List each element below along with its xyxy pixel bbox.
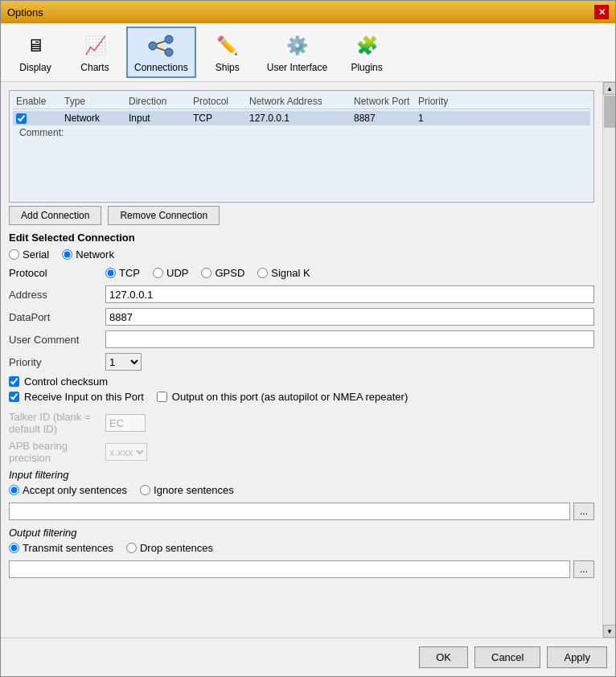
scroll-up-arrow[interactable]: ▲ (603, 82, 615, 95)
drop-sentences-radio[interactable] (126, 543, 137, 553)
svg-line-3 (156, 41, 166, 44)
col-port: Network Port (354, 96, 418, 107)
apb-label: APB bearing precision (9, 440, 105, 464)
gpsd-radio[interactable] (201, 268, 211, 278)
row-port: 8887 (354, 113, 418, 124)
user-comment-input[interactable] (105, 330, 594, 348)
gpsd-radio-label[interactable]: GPSD (201, 267, 244, 279)
talker-id-input[interactable] (105, 414, 146, 432)
toolbar-user-interface-label: User Interface (267, 62, 327, 73)
apb-select[interactable]: x.xxx (105, 443, 147, 461)
ignore-sentences-radio[interactable] (140, 485, 150, 495)
tcp-radio[interactable] (105, 268, 116, 278)
network-radio-label[interactable]: Network (62, 248, 114, 261)
apply-button[interactable]: Apply (547, 646, 607, 668)
udp-label: UDP (166, 267, 188, 279)
svg-point-2 (165, 48, 173, 56)
output-row: Output on this port (as autopilot or NME… (157, 391, 408, 403)
output-filter-input[interactable] (9, 560, 570, 578)
output-filtering-section: Output filtering Transmit sentences Drop… (9, 527, 594, 578)
ships-icon: ✏️ (213, 31, 242, 60)
edit-section-title: Edit Selected Connection (9, 232, 594, 244)
toolbar-charts-label: Charts (80, 62, 109, 73)
row-type: Network (64, 113, 129, 124)
row-enable (16, 113, 64, 124)
ignore-sentences-label[interactable]: Ignore sentences (140, 484, 234, 496)
ignore-sentences-text: Ignore sentences (154, 484, 234, 496)
toolbar-connections[interactable]: Connections (126, 27, 196, 78)
enable-checkbox[interactable] (16, 113, 27, 124)
main-content: Enable Type Direction Protocol Network A… (1, 82, 602, 638)
serial-radio-label[interactable]: Serial (9, 248, 49, 261)
accept-sentences-radio[interactable] (9, 485, 19, 495)
input-filter-button[interactable]: ... (573, 503, 594, 520)
toolbar-display-label: Display (19, 62, 51, 73)
transmit-sentences-label[interactable]: Transmit sentences (9, 542, 113, 554)
priority-select[interactable]: 1 2 3 (105, 353, 142, 371)
udp-radio[interactable] (153, 268, 163, 278)
drop-sentences-label[interactable]: Drop sentences (126, 542, 213, 554)
col-type: Type (64, 96, 129, 107)
toolbar-ships-label: Ships (216, 62, 240, 73)
col-direction: Direction (129, 96, 193, 107)
accept-sentences-label[interactable]: Accept only sentences (9, 484, 127, 496)
connections-header: Enable Type Direction Protocol Network A… (13, 94, 590, 109)
signalk-radio-label[interactable]: Signal K (257, 267, 310, 279)
output-label: Output on this port (as autopilot or NME… (172, 391, 408, 403)
add-connection-button[interactable]: Add Connection (9, 206, 101, 225)
control-checksum-checkbox[interactable] (9, 376, 19, 387)
plugins-icon: 🧩 (352, 31, 381, 60)
serial-label: Serial (23, 248, 49, 261)
charts-icon: 📈 (80, 31, 109, 60)
output-checkbox[interactable] (157, 392, 167, 402)
row-address: 127.0.0.1 (249, 113, 354, 124)
toolbar-ships[interactable]: ✏️ Ships (199, 27, 256, 78)
receive-input-checkbox[interactable] (9, 392, 19, 402)
svg-point-0 (149, 42, 157, 50)
address-row: Address (9, 285, 594, 303)
network-radio[interactable] (62, 249, 72, 260)
address-input[interactable] (105, 285, 594, 303)
toolbar-user-interface[interactable]: ⚙️ User Interface (259, 27, 335, 78)
input-filter-radio-group: Accept only sentences Ignore sentences (9, 484, 594, 496)
output-filter-input-row: ... (9, 560, 594, 578)
toolbar-display[interactable]: 🖥 Display (7, 27, 64, 78)
col-address: Network Address (249, 96, 354, 107)
talker-id-label: Talker ID (blank = default ID) (9, 411, 105, 435)
output-filter-button[interactable]: ... (573, 560, 594, 578)
ok-button[interactable]: OK (419, 646, 468, 668)
cancel-button[interactable]: Cancel (474, 646, 540, 668)
tcp-radio-label[interactable]: TCP (105, 267, 140, 279)
col-protocol: Protocol (193, 96, 249, 107)
right-scrollbar[interactable]: ▲ ▼ (602, 82, 615, 638)
dataport-row: DataPort (9, 308, 594, 326)
toolbar: 🖥 Display 📈 Charts Connections ✏️ Ships (1, 23, 615, 82)
signalk-radio[interactable] (257, 268, 268, 278)
toolbar-plugins[interactable]: 🧩 Plugins (339, 27, 395, 78)
connections-panel: Enable Type Direction Protocol Network A… (9, 90, 594, 203)
scroll-track (603, 95, 615, 625)
row-direction: Input (129, 113, 193, 124)
priority-row: Priority 1 2 3 (9, 353, 594, 371)
apb-row: APB bearing precision x.xxx (9, 440, 594, 464)
user-interface-icon: ⚙️ (282, 31, 311, 60)
display-icon: 🖥 (21, 31, 50, 60)
table-row[interactable]: Network Input TCP 127.0.0.1 8887 1 (13, 111, 590, 125)
close-button[interactable]: ✕ (594, 5, 609, 19)
toolbar-charts[interactable]: 📈 Charts (67, 27, 123, 78)
transmit-sentences-radio[interactable] (9, 543, 19, 553)
remove-connection-button[interactable]: Remove Connection (108, 206, 220, 225)
scroll-down-arrow[interactable]: ▼ (603, 625, 615, 638)
output-filter-radio-group: Transmit sentences Drop sentences (9, 542, 594, 554)
input-filter-input[interactable] (9, 503, 570, 520)
type-radio-group: Serial Network (9, 248, 594, 261)
udp-radio-label[interactable]: UDP (153, 267, 188, 279)
control-checksum-label: Control checksum (24, 375, 108, 388)
serial-radio[interactable] (9, 249, 19, 260)
connections-icon (146, 31, 175, 60)
footer: OK Cancel Apply (1, 638, 615, 676)
accept-sentences-text: Accept only sentences (23, 484, 127, 496)
input-filtering-title: Input filtering (9, 469, 594, 481)
dataport-input[interactable] (105, 308, 594, 326)
toolbar-connections-label: Connections (134, 62, 188, 73)
